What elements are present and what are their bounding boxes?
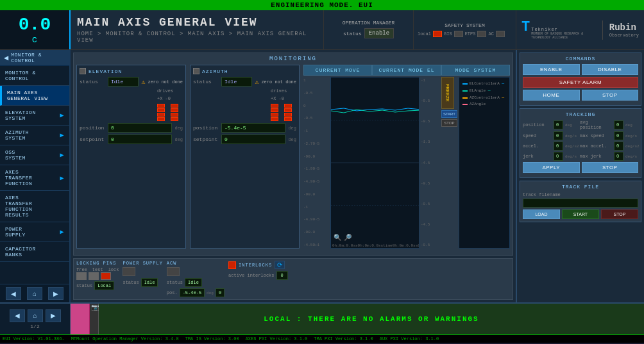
- legend-el-angle: ELAngle ~: [462, 88, 506, 94]
- monitoring-section: MONITORING ELEVATION status Idle ⚠ zero …: [73, 53, 513, 256]
- az-drive-seg-3: [271, 113, 278, 117]
- logo-area: 0.0 c: [0, 10, 71, 49]
- local-indicator: [433, 31, 442, 37]
- current-mode-tab[interactable]: CURRENT MODE EL: [372, 65, 441, 76]
- drive-seg-3: [157, 113, 165, 117]
- y-label-5: -1: [303, 129, 329, 133]
- next-page-btn[interactable]: ▶: [48, 287, 64, 300]
- track-filename-input[interactable]: [523, 199, 638, 208]
- main-chart: 0h:0m:0.0ss 0h:0m:0.0ss time 0h:0m:0.0ss…: [330, 77, 419, 249]
- elevation-drives: drives +X -0: [157, 88, 183, 121]
- rv-2: -0.5: [421, 99, 440, 103]
- acw-indicator: [167, 267, 180, 276]
- azimuth-title: AZIMUTH: [202, 69, 228, 74]
- rv-4: -1.3: [421, 140, 440, 144]
- y-label-8: -1.90-5: [303, 167, 329, 171]
- interlocks-header: INTERLOCKS ⟳: [228, 261, 510, 269]
- tracking-section: TRACKING position 0 deg avg position 0 d…: [520, 108, 641, 178]
- azimuth-indicator: [193, 68, 199, 74]
- legend-label-el-angle: ELAngle: [470, 88, 486, 93]
- stop-btn[interactable]: STOP: [582, 90, 639, 101]
- drive-seg-6: [171, 108, 178, 112]
- max-jerk-value: 0: [614, 152, 623, 161]
- az-setpoint-label: setpoint: [193, 136, 219, 142]
- bottom-home-btn[interactable]: ⌂: [28, 309, 43, 322]
- freeze-btn[interactable]: FREEZE: [441, 77, 454, 109]
- acw-status-label: status: [167, 280, 183, 285]
- x-label-3: time: [383, 243, 392, 248]
- bottom-next-btn[interactable]: ▶: [46, 309, 61, 322]
- locking-section: LOCKING PINS free test lock status Local: [73, 258, 513, 300]
- tekniker-logo: T Tekniker MEMBER OF BASQUE RESEARCH & T…: [521, 20, 596, 40]
- enable-btn[interactable]: ENABLE: [523, 64, 580, 75]
- az-setpoint-unit: deg: [288, 137, 296, 142]
- sidebar-back-btn[interactable]: ◀ MONITOR & CONTROL: [0, 50, 69, 66]
- bottom-prev-btn[interactable]: ◀: [10, 309, 25, 322]
- aux-pxi-version: AUX PXI Version: 3.1.0: [380, 336, 439, 341]
- back-arrow-icon: ◀: [4, 53, 8, 63]
- accel-label: accel.: [523, 143, 552, 149]
- interlocks-section: INTERLOCKS ⟳ active interlocks 0: [228, 261, 510, 280]
- mode-tabs: CURRENT MOVE CURRENT MODE EL MODE SYSTEM: [303, 65, 510, 76]
- lock-label: lock: [108, 267, 119, 272]
- mode-system-tab[interactable]: MODE SYSTEM: [441, 65, 510, 76]
- max-speed-label: max speed: [580, 133, 612, 138]
- start-chart-btn[interactable]: START: [441, 110, 457, 118]
- elev-zero-not-done: zero not done: [148, 79, 183, 85]
- zoom-out-icon[interactable]: 🔎: [344, 234, 352, 242]
- sidebar-item-oss-system[interactable]: OSS SYSTEM ▶: [0, 145, 69, 165]
- acw-deg-value: 0: [216, 288, 225, 297]
- prev-page-btn[interactable]: ◀: [6, 287, 21, 300]
- max-speed-value: 0: [614, 131, 623, 140]
- commands-title: COMMANDS: [523, 56, 638, 61]
- bottom-pink-indicator: [71, 304, 90, 334]
- sidebar-item-monitor-control[interactable]: MONITOR & CONTROL: [0, 66, 69, 86]
- tma-is-version: TMA IS Version: 3.00: [185, 336, 239, 341]
- main-content: MONITORING ELEVATION status Idle ⚠ zero …: [71, 50, 516, 302]
- mt-mount-version: MTMount Operation Manager Version: 3.4.8: [71, 336, 179, 341]
- sidebar-item-capacitor-banks[interactable]: CAPACITOR BANKS: [0, 242, 69, 262]
- y-label-13: -90.0: [303, 230, 329, 234]
- x-label-1: 0h:0m:0.0ss: [332, 243, 358, 248]
- active-interlocks-value: 0: [276, 271, 288, 280]
- rv-3: -0.5: [421, 119, 440, 124]
- drives-label: drives: [157, 88, 183, 94]
- x-axis-labels: 0h:0m:0.0ss 0h:0m:0.0ss time 0h:0m:0.0ss…: [331, 243, 419, 248]
- sidebar-item-azimuth-system[interactable]: AZIMUTH SYSTEM ▶: [0, 126, 69, 145]
- current-move-tab[interactable]: CURRENT MOVE: [303, 65, 372, 76]
- legend-label-az-controller-a: AZControllerA: [470, 95, 500, 100]
- legend-list: ELControllerA ~ ELAngle ~: [461, 79, 507, 108]
- bottom-alarm: LOCAL : THERE ARE NO ALARMS OR WARNINGS: [99, 304, 644, 334]
- sidebar-item-main-axes-general-view[interactable]: MAIN AXES GENERAL VIEW: [0, 86, 69, 106]
- sidebar-item-elevation-system[interactable]: ELEVATION SYSTEM ▶: [0, 106, 69, 126]
- rv-5: -4.5: [421, 161, 440, 165]
- interlocks-sync-btn[interactable]: ⟳: [275, 261, 285, 269]
- load-btn[interactable]: LOAD: [523, 209, 560, 219]
- sidebar-bottom: ◀ ⌂ ▶: [0, 284, 69, 302]
- sidebar-item-axes-transfer-function-results[interactable]: AXES TRANSFER FUNCTION RESULTS: [0, 191, 69, 222]
- sidebar-item-axes-transfer-function[interactable]: AXES TRANSFER FUNCTION ▶: [0, 165, 69, 191]
- zoom-in-icon[interactable]: 🔍: [334, 234, 341, 242]
- speed-unit: deg/s: [565, 134, 578, 138]
- safety-alarm-btn[interactable]: SAFETY ALARM: [523, 77, 638, 88]
- alarm-text: LOCAL : THERE ARE NO ALARMS OR WARNINGS: [264, 315, 479, 323]
- disable-btn[interactable]: DISABLE: [582, 64, 639, 75]
- home-nav-btn[interactable]: ⌂: [27, 287, 42, 300]
- track-stop-btn[interactable]: STOP: [601, 209, 638, 219]
- elev-setpoint-value: 0: [108, 135, 172, 144]
- avg-position-unit: deg: [625, 123, 638, 127]
- y-label-4: -0.5: [303, 116, 329, 120]
- acw-pos-label: pos.: [167, 290, 178, 295]
- stop-chart-btn[interactable]: STOP: [441, 119, 457, 127]
- tracking-stop-btn[interactable]: STOP: [582, 162, 639, 173]
- max-jerk-unit: deg/s: [625, 154, 638, 159]
- az-zero-not-done: zero not done: [261, 79, 296, 85]
- sidebar-item-power-supply[interactable]: POWER SUPPLY ▶: [0, 222, 69, 242]
- track-start-btn[interactable]: START: [562, 209, 599, 219]
- y-axis-labels: 1 -0.5 0 -0.5 -1 -2.70-5 -90.0 -1.90-5 -…: [303, 77, 329, 249]
- locking-pins: LOCKING PINS free test lock status Local: [76, 261, 119, 290]
- drive-seg-4: [157, 117, 165, 121]
- home-btn[interactable]: HOME: [523, 90, 580, 101]
- tracking-apply-btn[interactable]: APPLY: [523, 162, 580, 173]
- position-label: position: [523, 122, 552, 127]
